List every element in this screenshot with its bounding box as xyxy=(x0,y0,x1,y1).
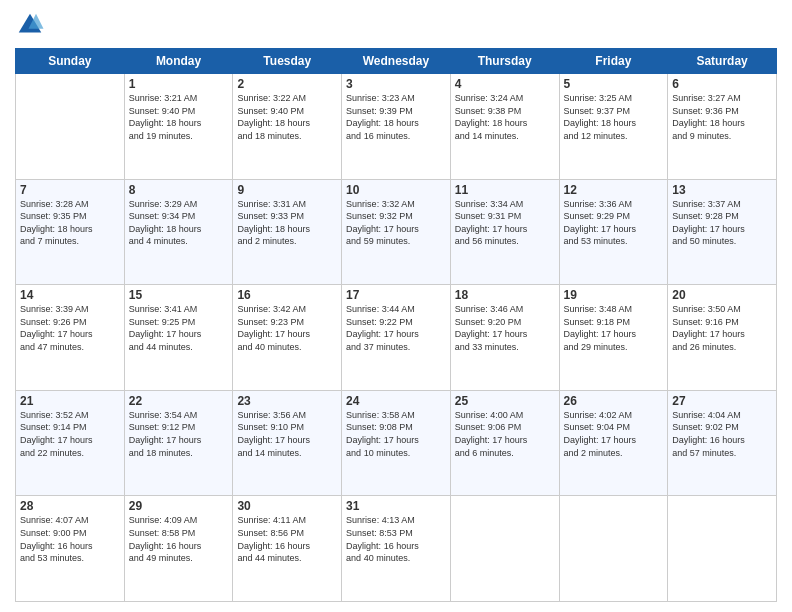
day-number: 14 xyxy=(20,288,120,302)
day-number: 24 xyxy=(346,394,446,408)
cell-text: Daylight: 17 hours xyxy=(129,328,229,341)
day-header-thursday: Thursday xyxy=(450,49,559,74)
cell-text: and 37 minutes. xyxy=(346,341,446,354)
cell-text: Sunrise: 3:25 AM xyxy=(564,92,664,105)
calendar-cell: 6Sunrise: 3:27 AMSunset: 9:36 PMDaylight… xyxy=(668,74,777,180)
day-number: 23 xyxy=(237,394,337,408)
cell-text: Sunset: 9:39 PM xyxy=(346,105,446,118)
cell-text: Sunset: 9:20 PM xyxy=(455,316,555,329)
day-number: 5 xyxy=(564,77,664,91)
cell-text: Daylight: 17 hours xyxy=(346,328,446,341)
day-number: 22 xyxy=(129,394,229,408)
cell-text: Daylight: 17 hours xyxy=(455,223,555,236)
calendar-cell: 10Sunrise: 3:32 AMSunset: 9:32 PMDayligh… xyxy=(342,179,451,285)
cell-text: and 57 minutes. xyxy=(672,447,772,460)
cell-text: and 7 minutes. xyxy=(20,235,120,248)
day-header-wednesday: Wednesday xyxy=(342,49,451,74)
cell-text: Sunset: 9:33 PM xyxy=(237,210,337,223)
day-number: 2 xyxy=(237,77,337,91)
calendar-cell xyxy=(450,496,559,602)
cell-text: Sunset: 9:06 PM xyxy=(455,421,555,434)
cell-text: Sunrise: 3:29 AM xyxy=(129,198,229,211)
calendar-cell: 28Sunrise: 4:07 AMSunset: 9:00 PMDayligh… xyxy=(16,496,125,602)
cell-text: Sunset: 9:37 PM xyxy=(564,105,664,118)
cell-text: Daylight: 16 hours xyxy=(346,540,446,553)
calendar-cell: 16Sunrise: 3:42 AMSunset: 9:23 PMDayligh… xyxy=(233,285,342,391)
calendar-cell xyxy=(668,496,777,602)
cell-text: and 47 minutes. xyxy=(20,341,120,354)
cell-text: Daylight: 18 hours xyxy=(129,223,229,236)
cell-text: Daylight: 17 hours xyxy=(455,328,555,341)
logo xyxy=(15,10,49,40)
cell-text: Sunrise: 4:09 AM xyxy=(129,514,229,527)
day-number: 10 xyxy=(346,183,446,197)
cell-text: Sunset: 9:02 PM xyxy=(672,421,772,434)
day-number: 15 xyxy=(129,288,229,302)
week-row-0: 1Sunrise: 3:21 AMSunset: 9:40 PMDaylight… xyxy=(16,74,777,180)
cell-text: Sunrise: 4:00 AM xyxy=(455,409,555,422)
day-number: 28 xyxy=(20,499,120,513)
calendar-cell: 22Sunrise: 3:54 AMSunset: 9:12 PMDayligh… xyxy=(124,390,233,496)
cell-text: Sunrise: 3:42 AM xyxy=(237,303,337,316)
calendar-cell: 31Sunrise: 4:13 AMSunset: 8:53 PMDayligh… xyxy=(342,496,451,602)
cell-text: and 22 minutes. xyxy=(20,447,120,460)
cell-text: Sunset: 8:56 PM xyxy=(237,527,337,540)
cell-text: Sunrise: 3:28 AM xyxy=(20,198,120,211)
page: SundayMondayTuesdayWednesdayThursdayFrid… xyxy=(0,0,792,612)
day-number: 20 xyxy=(672,288,772,302)
cell-text: Sunset: 9:25 PM xyxy=(129,316,229,329)
day-header-monday: Monday xyxy=(124,49,233,74)
calendar-header-row: SundayMondayTuesdayWednesdayThursdayFrid… xyxy=(16,49,777,74)
cell-text: Sunrise: 3:36 AM xyxy=(564,198,664,211)
cell-text: Sunset: 9:04 PM xyxy=(564,421,664,434)
day-number: 25 xyxy=(455,394,555,408)
cell-text: and 29 minutes. xyxy=(564,341,664,354)
calendar-cell xyxy=(559,496,668,602)
cell-text: and 2 minutes. xyxy=(237,235,337,248)
calendar-cell: 5Sunrise: 3:25 AMSunset: 9:37 PMDaylight… xyxy=(559,74,668,180)
cell-text: Sunset: 9:36 PM xyxy=(672,105,772,118)
cell-text: Sunset: 9:29 PM xyxy=(564,210,664,223)
cell-text: Sunrise: 3:46 AM xyxy=(455,303,555,316)
day-number: 8 xyxy=(129,183,229,197)
calendar-cell xyxy=(16,74,125,180)
cell-text: and 14 minutes. xyxy=(455,130,555,143)
day-number: 16 xyxy=(237,288,337,302)
day-number: 9 xyxy=(237,183,337,197)
day-number: 12 xyxy=(564,183,664,197)
day-number: 29 xyxy=(129,499,229,513)
cell-text: Sunrise: 3:54 AM xyxy=(129,409,229,422)
calendar-cell: 25Sunrise: 4:00 AMSunset: 9:06 PMDayligh… xyxy=(450,390,559,496)
cell-text: Sunrise: 3:22 AM xyxy=(237,92,337,105)
calendar-cell: 18Sunrise: 3:46 AMSunset: 9:20 PMDayligh… xyxy=(450,285,559,391)
cell-text: Daylight: 18 hours xyxy=(455,117,555,130)
cell-text: Sunrise: 4:11 AM xyxy=(237,514,337,527)
cell-text: and 16 minutes. xyxy=(346,130,446,143)
cell-text: Daylight: 18 hours xyxy=(564,117,664,130)
day-number: 18 xyxy=(455,288,555,302)
cell-text: and 6 minutes. xyxy=(455,447,555,460)
cell-text: Sunrise: 3:27 AM xyxy=(672,92,772,105)
calendar-cell: 12Sunrise: 3:36 AMSunset: 9:29 PMDayligh… xyxy=(559,179,668,285)
cell-text: Daylight: 17 hours xyxy=(672,223,772,236)
day-number: 3 xyxy=(346,77,446,91)
cell-text: Sunset: 9:34 PM xyxy=(129,210,229,223)
week-row-2: 14Sunrise: 3:39 AMSunset: 9:26 PMDayligh… xyxy=(16,285,777,391)
cell-text: Sunrise: 3:21 AM xyxy=(129,92,229,105)
cell-text: Sunset: 9:10 PM xyxy=(237,421,337,434)
cell-text: and 10 minutes. xyxy=(346,447,446,460)
day-number: 21 xyxy=(20,394,120,408)
cell-text: and 56 minutes. xyxy=(455,235,555,248)
cell-text: Sunrise: 4:02 AM xyxy=(564,409,664,422)
cell-text: Daylight: 17 hours xyxy=(129,434,229,447)
week-row-4: 28Sunrise: 4:07 AMSunset: 9:00 PMDayligh… xyxy=(16,496,777,602)
cell-text: Daylight: 18 hours xyxy=(237,117,337,130)
cell-text: Daylight: 16 hours xyxy=(20,540,120,553)
cell-text: Sunset: 9:31 PM xyxy=(455,210,555,223)
cell-text: and 14 minutes. xyxy=(237,447,337,460)
cell-text: and 2 minutes. xyxy=(564,447,664,460)
cell-text: Sunrise: 3:34 AM xyxy=(455,198,555,211)
cell-text: Sunrise: 3:58 AM xyxy=(346,409,446,422)
cell-text: Sunset: 9:12 PM xyxy=(129,421,229,434)
day-header-tuesday: Tuesday xyxy=(233,49,342,74)
